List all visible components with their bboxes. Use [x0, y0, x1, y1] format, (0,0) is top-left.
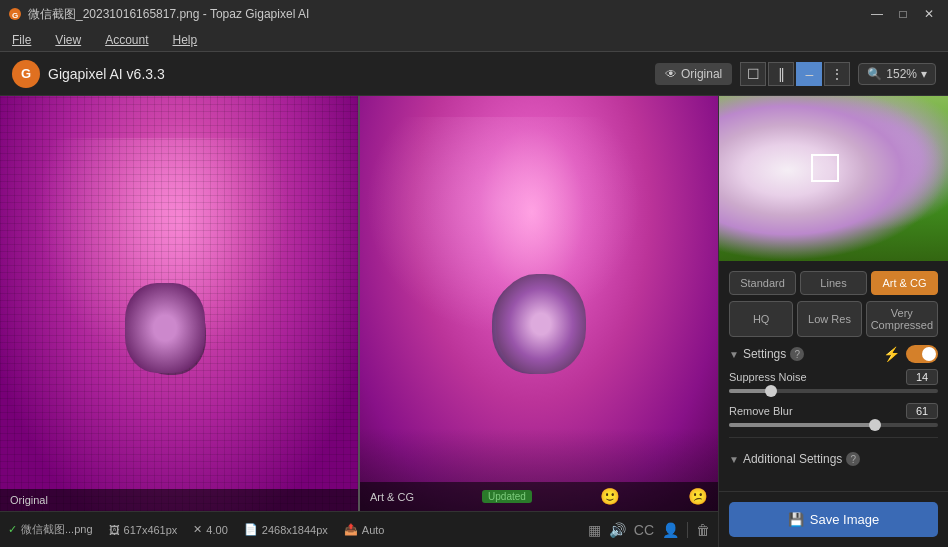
- titlebar-controls: — □ ✕: [866, 5, 940, 23]
- lightning-icon: ⚡: [883, 346, 900, 362]
- additional-help-icon[interactable]: ?: [846, 452, 860, 466]
- minimize-button[interactable]: —: [866, 5, 888, 23]
- thumb-selector-box[interactable]: [811, 154, 839, 182]
- logo-icon: G: [12, 60, 40, 88]
- export-icon: 📤: [344, 523, 358, 536]
- settings-section-header: ▼ Settings ? ⚡: [729, 345, 938, 363]
- divider: [687, 522, 688, 538]
- settings-collapse-icon[interactable]: ▼: [729, 349, 739, 360]
- remove-blur-value[interactable]: 61: [906, 403, 938, 419]
- menubar: File View Account Help: [0, 28, 948, 52]
- settings-toggle[interactable]: [906, 345, 938, 363]
- smiley-happy-icon[interactable]: 🙂: [600, 487, 620, 506]
- sound-icon[interactable]: 🔊: [609, 522, 626, 538]
- suppress-noise-track[interactable]: [729, 389, 938, 393]
- suppress-noise-row: Suppress Noise 14: [729, 369, 938, 393]
- right-sidebar: Standard Lines Art & CG HQ Low Res Very …: [718, 96, 948, 547]
- right-panel-label: Art & CG Updated 🙂 😕: [360, 482, 718, 511]
- output-icon: 📄: [244, 523, 258, 536]
- mode-standard-button[interactable]: Standard: [729, 271, 796, 295]
- original-button[interactable]: 👁 Original: [655, 63, 732, 85]
- additional-settings-title: ▼ Additional Settings ?: [729, 452, 860, 466]
- suppress-noise-label: Suppress Noise: [729, 371, 807, 383]
- scale-area: ✕ 4.00: [193, 523, 227, 536]
- image-size-icon: 🖼: [109, 524, 120, 536]
- cc-label[interactable]: CC: [634, 522, 654, 538]
- mode-row-1: Standard Lines Art & CG: [729, 271, 938, 295]
- smiley-sad-icon[interactable]: 😕: [688, 487, 708, 506]
- close-button[interactable]: ✕: [918, 5, 940, 23]
- zoom-selector[interactable]: 🔍 152% ▾: [858, 63, 936, 85]
- menu-file[interactable]: File: [8, 31, 35, 49]
- additional-collapse-icon[interactable]: ▼: [729, 454, 739, 465]
- filename-area: ✓ 微信截图...png: [8, 522, 93, 537]
- mode-artcg-button[interactable]: Art & CG: [871, 271, 938, 295]
- remove-blur-track[interactable]: [729, 423, 938, 427]
- settings-right: ⚡: [883, 345, 938, 363]
- original-image: [0, 96, 358, 511]
- additional-settings-label: Additional Settings: [743, 452, 842, 466]
- zoom-chevron: ▾: [921, 67, 927, 81]
- mode-hq-button[interactable]: HQ: [729, 301, 793, 337]
- mode-verycompressed-button[interactable]: Very Compressed: [866, 301, 938, 337]
- image-panels: Original Art & CG Updated 🙂 😕: [0, 96, 718, 511]
- original-size-text: 617x461px: [124, 524, 178, 536]
- mode-lines-button[interactable]: Lines: [800, 271, 867, 295]
- settings-help-icon[interactable]: ?: [790, 347, 804, 361]
- view-buttons: ☐ ‖ – ⋮: [740, 62, 850, 86]
- maximize-button[interactable]: □: [892, 5, 914, 23]
- titlebar-title: 微信截图_20231016165817.png - Topaz Gigapixe…: [28, 6, 309, 23]
- app-header: G Gigapixel AI v6.3.3 👁 Original ☐ ‖ – ⋮…: [0, 52, 948, 96]
- preview-thumbnail: [719, 96, 948, 261]
- original-label-text: Original: [10, 494, 48, 506]
- eye-icon: 👁: [665, 67, 677, 81]
- remove-blur-row: Remove Blur 61: [729, 403, 938, 427]
- save-area: 💾 Save Image: [719, 491, 948, 547]
- original-label: Original: [681, 67, 722, 81]
- suppress-noise-value[interactable]: 14: [906, 369, 938, 385]
- titlebar-left: G 微信截图_20231016165817.png - Topaz Gigapi…: [8, 6, 309, 23]
- mode-lowres-button[interactable]: Low Res: [797, 301, 861, 337]
- zoom-icon: 🔍: [867, 67, 882, 81]
- view-quad-button[interactable]: ⋮: [824, 62, 850, 86]
- original-size-area: 🖼 617x461px: [109, 524, 178, 536]
- save-image-button[interactable]: 💾 Save Image: [729, 502, 938, 537]
- view-single-button[interactable]: ☐: [740, 62, 766, 86]
- menu-view[interactable]: View: [51, 31, 85, 49]
- remove-blur-label: Remove Blur: [729, 405, 793, 417]
- svg-text:G: G: [12, 11, 18, 20]
- output-size-area: 📄 2468x1844px: [244, 523, 328, 536]
- header-center: 👁 Original ☐ ‖ – ⋮ 🔍 152% ▾: [655, 62, 936, 86]
- view-split-h-button[interactable]: –: [796, 62, 822, 86]
- app-title: Gigapixel AI v6.3.3: [48, 66, 165, 82]
- remove-blur-thumb: [869, 419, 881, 431]
- export-area: 📤 Auto: [344, 523, 385, 536]
- bottom-left: ✓ 微信截图...png 🖼 617x461px ✕ 4.00 📄 2468x1…: [8, 522, 384, 537]
- remove-blur-fill: [729, 423, 875, 427]
- additional-settings: ▼ Additional Settings ?: [729, 437, 938, 466]
- view-split-v-button[interactable]: ‖: [768, 62, 794, 86]
- left-panel-label: Original: [0, 489, 358, 511]
- settings-title: ▼ Settings ?: [729, 347, 804, 361]
- zoom-level: 152%: [886, 67, 917, 81]
- save-icon: 💾: [788, 512, 804, 527]
- save-label: Save Image: [810, 512, 879, 527]
- remove-blur-label-row: Remove Blur 61: [729, 403, 938, 419]
- settings-label: Settings: [743, 347, 786, 361]
- app-icon: G: [8, 7, 22, 21]
- grid-icon[interactable]: ▦: [588, 522, 601, 538]
- user-icon[interactable]: 👤: [662, 522, 679, 538]
- filename-text: 微信截图...png: [21, 522, 93, 537]
- menu-account[interactable]: Account: [101, 31, 152, 49]
- left-image-panel: Original: [0, 96, 360, 511]
- export-label: Auto: [362, 524, 385, 536]
- additional-settings-header: ▼ Additional Settings ?: [729, 452, 938, 466]
- logo-area: G Gigapixel AI v6.3.3: [12, 60, 165, 88]
- delete-icon[interactable]: 🗑: [696, 522, 710, 538]
- checkmark-icon: ✓: [8, 523, 17, 536]
- menu-help[interactable]: Help: [169, 31, 202, 49]
- suppress-noise-label-row: Suppress Noise 14: [729, 369, 938, 385]
- main: Original Art & CG Updated 🙂 😕: [0, 96, 948, 547]
- sidebar-content: Standard Lines Art & CG HQ Low Res Very …: [719, 261, 948, 491]
- processed-image: [360, 96, 718, 511]
